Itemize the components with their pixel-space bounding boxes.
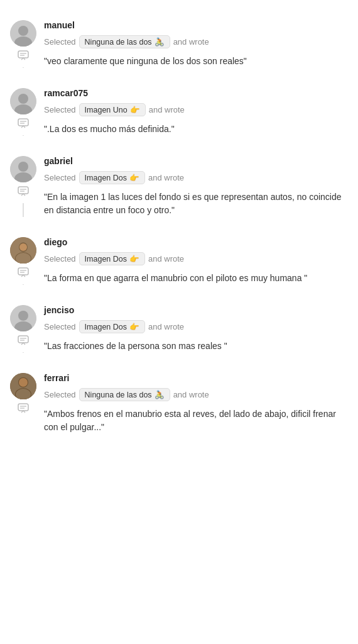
meta-row: Selected Imagen Uno 👉 and wrote bbox=[44, 103, 345, 116]
avatar bbox=[10, 156, 36, 182]
choice-badge: Imagen Dos 👉 bbox=[79, 171, 145, 184]
meta-row: Selected Ninguna de las dos 🚴 and wrote bbox=[44, 35, 345, 48]
comment-body: manuel Selected Ninguna de las dos 🚴 and… bbox=[44, 20, 345, 68]
avatar-col bbox=[10, 237, 36, 285]
username: gabriel bbox=[44, 156, 345, 166]
meta-row: Selected Imagen Dos 👉 and wrote bbox=[44, 320, 345, 333]
comment-text: "veo claramente que ninguna de los dos s… bbox=[44, 55, 345, 68]
selected-label: Selected bbox=[44, 390, 76, 399]
username: ferrari bbox=[44, 373, 345, 383]
chat-icon-wrap bbox=[17, 185, 30, 199]
chat-icon-wrap bbox=[17, 402, 30, 416]
and-wrote: and wrote bbox=[148, 173, 184, 182]
timeline-line bbox=[23, 135, 24, 136]
svg-rect-37 bbox=[18, 404, 28, 411]
selected-label: Selected bbox=[44, 173, 76, 182]
comment-text: "Las fracciones de la persona son mas re… bbox=[44, 340, 345, 353]
timeline-line bbox=[23, 203, 24, 217]
chat-icon-wrap bbox=[17, 49, 30, 64]
meta-row: Selected Imagen Dos 👉 and wrote bbox=[44, 252, 345, 265]
timeline-line bbox=[23, 352, 24, 353]
avatar bbox=[10, 305, 36, 331]
chat-icon bbox=[17, 402, 30, 414]
svg-point-21 bbox=[19, 243, 27, 251]
avatar-col bbox=[10, 20, 36, 68]
chat-icon bbox=[17, 49, 30, 62]
and-wrote: and wrote bbox=[148, 254, 184, 264]
selected-label: Selected bbox=[44, 37, 76, 47]
choice-badge: Imagen Uno 👉 bbox=[79, 103, 146, 116]
username: jenciso bbox=[44, 305, 345, 315]
comment-text: "La forma en que agarra el manubrio con … bbox=[44, 272, 345, 285]
choice-badge: Imagen Dos 👉 bbox=[79, 252, 145, 265]
comment-item: diego Selected Imagen Dos 👉 and wrote "L… bbox=[0, 227, 358, 295]
comment-text: "Ambos frenos en el manubrio esta al rev… bbox=[44, 408, 345, 434]
comment-body: diego Selected Imagen Dos 👉 and wrote "L… bbox=[44, 237, 345, 285]
svg-point-7 bbox=[18, 94, 28, 104]
comment-item: ramcar075 Selected Imagen Uno 👉 and wrot… bbox=[0, 78, 358, 146]
svg-rect-23 bbox=[18, 268, 28, 275]
comment-body: ferrari Selected Ninguna de las dos 🚴 an… bbox=[44, 373, 345, 434]
avatar bbox=[10, 237, 36, 264]
svg-rect-29 bbox=[18, 336, 28, 343]
svg-point-35 bbox=[19, 378, 28, 387]
chat-icon-wrap bbox=[17, 266, 30, 280]
comment-body: ramcar075 Selected Imagen Uno 👉 and wrot… bbox=[44, 88, 345, 136]
selected-label: Selected bbox=[44, 254, 76, 264]
svg-rect-3 bbox=[18, 51, 28, 58]
comment-item: manuel Selected Ninguna de las dos 🚴 and… bbox=[0, 10, 358, 78]
avatar bbox=[10, 88, 36, 114]
avatar-col bbox=[10, 373, 36, 434]
meta-row: Selected Ninguna de las dos 🚴 and wrote bbox=[44, 388, 345, 401]
comment-body: gabriel Selected Imagen Dos 👉 and wrote … bbox=[44, 156, 345, 217]
choice-badge: Ninguna de las dos 🚴 bbox=[79, 35, 170, 48]
avatar bbox=[10, 20, 36, 47]
username: manuel bbox=[44, 20, 345, 30]
and-wrote: and wrote bbox=[173, 37, 209, 47]
and-wrote: and wrote bbox=[149, 105, 185, 114]
chat-icon-wrap bbox=[17, 334, 30, 348]
svg-rect-15 bbox=[18, 187, 28, 194]
comment-item: ferrari Selected Ninguna de las dos 🚴 an… bbox=[0, 363, 358, 444]
svg-point-13 bbox=[18, 162, 28, 172]
chat-icon-wrap bbox=[17, 117, 30, 131]
comment-text: "En la imagen 1 las luces del fondo si e… bbox=[44, 191, 345, 217]
comment-item: gabriel Selected Imagen Dos 👉 and wrote … bbox=[0, 146, 358, 227]
username: diego bbox=[44, 237, 345, 247]
and-wrote: and wrote bbox=[173, 390, 209, 399]
avatar-col bbox=[10, 156, 36, 217]
choice-badge: Imagen Dos 👉 bbox=[79, 320, 145, 333]
svg-point-1 bbox=[18, 26, 28, 36]
svg-point-27 bbox=[18, 311, 28, 321]
comment-text: ".La dos es mucho más definida." bbox=[44, 123, 345, 136]
avatar bbox=[10, 373, 36, 399]
avatar-col bbox=[10, 305, 36, 353]
svg-rect-9 bbox=[18, 119, 28, 126]
selected-label: Selected bbox=[44, 105, 76, 114]
chat-icon bbox=[17, 266, 30, 279]
comment-item: jenciso Selected Imagen Dos 👉 and wrote … bbox=[0, 295, 358, 363]
timeline-line bbox=[23, 67, 24, 68]
comment-list: manuel Selected Ninguna de las dos 🚴 and… bbox=[0, 10, 358, 444]
choice-badge: Ninguna de las dos 🚴 bbox=[79, 388, 170, 401]
username: ramcar075 bbox=[44, 88, 345, 98]
and-wrote: and wrote bbox=[148, 322, 184, 331]
selected-label: Selected bbox=[44, 322, 76, 331]
chat-icon bbox=[17, 185, 30, 197]
meta-row: Selected Imagen Dos 👉 and wrote bbox=[44, 171, 345, 184]
timeline-line bbox=[23, 284, 24, 285]
avatar-col bbox=[10, 88, 36, 136]
chat-icon bbox=[17, 334, 30, 347]
comment-body: jenciso Selected Imagen Dos 👉 and wrote … bbox=[44, 305, 345, 353]
chat-icon bbox=[17, 117, 30, 130]
